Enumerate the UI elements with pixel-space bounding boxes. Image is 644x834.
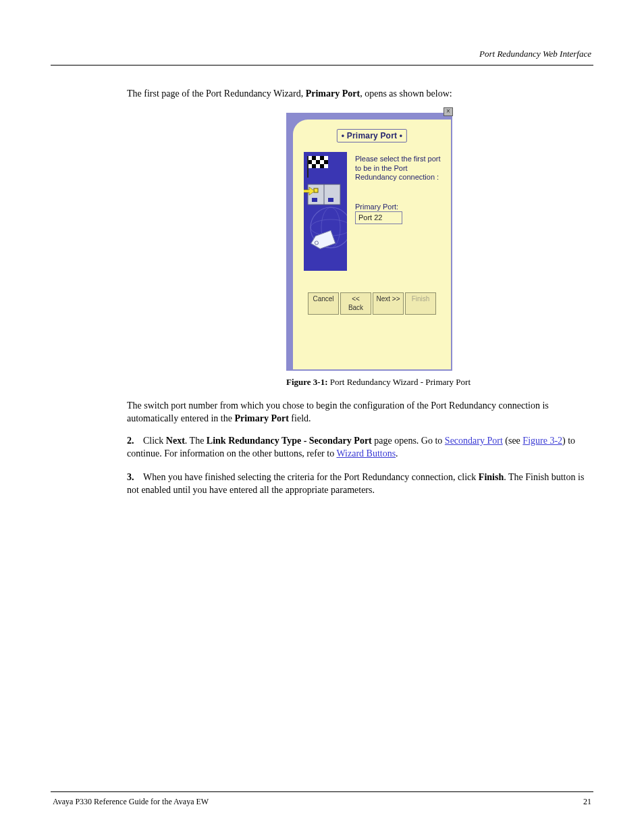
step-item: 2.Click Next. The Link Redundancy Type -… bbox=[127, 435, 591, 461]
svg-rect-3 bbox=[320, 156, 324, 160]
paragraph-after-figure: The switch port number from which you ch… bbox=[127, 400, 591, 425]
svg-rect-9 bbox=[324, 160, 328, 164]
dialog-body: • Primary Port • bbox=[293, 120, 451, 369]
svg-rect-8 bbox=[320, 160, 324, 164]
intro-text-bold: Primary Port bbox=[306, 88, 360, 99]
svg-rect-20 bbox=[314, 188, 318, 192]
step-text-bold: Next bbox=[166, 436, 185, 446]
body-content: The first page of the Port Redundancy Wi… bbox=[127, 88, 591, 508]
svg-rect-14 bbox=[324, 164, 328, 168]
next-button[interactable]: Next >> bbox=[373, 292, 404, 315]
figure-caption-label: Figure 3-1: bbox=[286, 377, 328, 387]
dialog-instruction-text: Please select the first port to be in th… bbox=[355, 155, 444, 182]
header-section-title: Port Redundancy Web Interface bbox=[479, 49, 591, 59]
svg-rect-4 bbox=[324, 156, 328, 160]
step-link[interactable]: Secondary Port bbox=[445, 436, 503, 446]
figure-wrapper: × • Primary Port • bbox=[127, 113, 591, 388]
footer-doc-title: Avaya P330 Reference Guide for the Avaya… bbox=[53, 797, 209, 807]
intro-text-post: , opens as shown below: bbox=[360, 88, 452, 99]
figure-caption-text: Port Redundancy Wizard - Primary Port bbox=[330, 377, 471, 387]
page: Port Redundancy Web Interface The first … bbox=[0, 0, 644, 834]
svg-rect-12 bbox=[316, 164, 320, 168]
step-text-bold: Finish bbox=[479, 472, 504, 482]
para-after-fig-post: field. bbox=[289, 413, 311, 423]
svg-rect-1 bbox=[312, 156, 316, 160]
svg-rect-11 bbox=[312, 164, 316, 168]
step-text-bold: Link Redundancy Type - Secondary Port bbox=[207, 436, 372, 446]
primary-port-field[interactable]: Port 22 bbox=[355, 211, 402, 224]
dialog-button-row: Cancel << Back Next >> Finish bbox=[308, 292, 436, 315]
svg-rect-2 bbox=[316, 156, 320, 160]
cancel-button[interactable]: Cancel bbox=[308, 292, 339, 315]
close-icon[interactable]: × bbox=[444, 107, 453, 116]
back-button[interactable]: << Back bbox=[340, 292, 371, 315]
intro-paragraph: The first page of the Port Redundancy Wi… bbox=[127, 88, 591, 101]
svg-rect-7 bbox=[316, 160, 320, 164]
step-link[interactable]: Figure 3-2 bbox=[522, 436, 562, 446]
wizard-graphic bbox=[304, 152, 347, 271]
header-rule bbox=[51, 65, 593, 66]
step-text: (see bbox=[503, 436, 523, 446]
figure-caption: Figure 3-1: Port Redundancy Wizard - Pri… bbox=[286, 376, 591, 388]
step-number: 2. bbox=[127, 435, 143, 448]
primary-port-label: Primary Port: bbox=[355, 202, 398, 212]
finish-button: Finish bbox=[405, 292, 436, 315]
step-text: page opens. Go to bbox=[372, 436, 445, 446]
para-after-fig-pre: The switch port number from which you ch… bbox=[127, 400, 549, 423]
step-link[interactable]: Wizard Buttons bbox=[336, 448, 396, 459]
intro-text-pre: The first page of the Port Redundancy Wi… bbox=[127, 88, 306, 99]
svg-rect-6 bbox=[312, 160, 316, 164]
svg-rect-19 bbox=[328, 198, 333, 202]
step-text: When you have finished selecting the cri… bbox=[143, 472, 479, 482]
step-text: . The bbox=[185, 436, 207, 446]
footer-rule bbox=[51, 791, 593, 792]
step-number: 3. bbox=[127, 471, 143, 484]
svg-rect-13 bbox=[320, 164, 324, 168]
para-after-fig-bold: Primary Port bbox=[234, 413, 288, 423]
step-text: Click bbox=[143, 436, 166, 446]
step-item: 3.When you have finished selecting the c… bbox=[127, 471, 591, 497]
dialog-title: • Primary Port • bbox=[337, 129, 407, 142]
dialog-window: × • Primary Port • bbox=[286, 113, 452, 371]
footer-page-number: 21 bbox=[583, 797, 591, 807]
numbered-steps: 2.Click Next. The Link Redundancy Type -… bbox=[127, 435, 591, 497]
step-text: . bbox=[396, 448, 398, 459]
svg-rect-18 bbox=[312, 198, 317, 202]
